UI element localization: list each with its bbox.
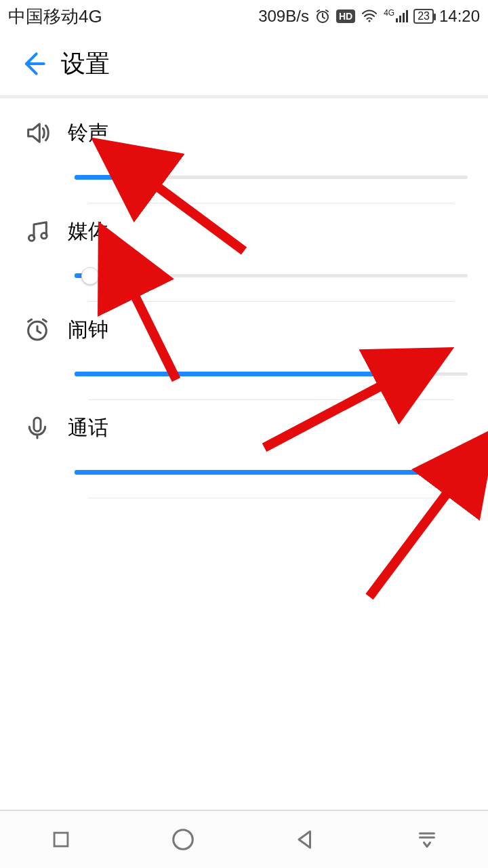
- svg-point-1: [369, 20, 371, 22]
- svg-line-9: [369, 488, 451, 597]
- svg-point-11: [174, 830, 193, 850]
- status-right: 309B/s HD 4G 23 14:20: [258, 7, 480, 26]
- volume-row-call: 通话: [0, 404, 488, 498]
- volume-row-media: 媒体: [0, 208, 488, 302]
- media-slider[interactable]: [75, 255, 468, 296]
- row-label: 媒体: [68, 218, 108, 245]
- status-bar: 中国移动4G 309B/s HD 4G 23 14:20: [0, 0, 488, 33]
- back-button[interactable]: [14, 43, 54, 84]
- ringtone-slider[interactable]: [75, 157, 468, 197]
- status-time: 14:20: [439, 7, 480, 26]
- svg-rect-10: [54, 833, 68, 846]
- nav-pulldown-button[interactable]: [407, 819, 447, 860]
- status-speed: 309B/s: [258, 7, 309, 26]
- alarm-slider[interactable]: [75, 353, 468, 394]
- cellular-icon: 4G: [384, 10, 408, 22]
- nav-home-button[interactable]: [163, 819, 203, 860]
- battery-icon: 23: [413, 9, 434, 24]
- mic-icon: [14, 414, 61, 441]
- volume-row-ringtone: 铃声: [0, 109, 488, 203]
- nav-recents-button[interactable]: [41, 819, 81, 860]
- nav-back-button[interactable]: [285, 819, 325, 860]
- app-header: 设置: [0, 33, 488, 95]
- alarm-icon: [314, 8, 331, 24]
- status-carrier: 中国移动4G: [8, 5, 102, 28]
- row-label: 通话: [68, 414, 108, 442]
- call-slider[interactable]: [75, 452, 468, 492]
- row-label: 铃声: [68, 119, 108, 147]
- row-label: 闹钟: [68, 316, 108, 344]
- wifi-icon: [361, 8, 378, 24]
- hd-icon: HD: [336, 9, 355, 23]
- music-icon: [14, 218, 61, 245]
- volume-row-alarm: 闹钟: [0, 306, 488, 400]
- speaker-icon: [14, 119, 61, 146]
- volume-settings-list: 铃声 媒体 闹钟: [0, 98, 488, 498]
- system-navbar: [0, 810, 488, 868]
- svg-point-2: [29, 235, 35, 241]
- svg-rect-5: [34, 418, 41, 431]
- page-title: 设置: [61, 47, 110, 81]
- svg-point-3: [41, 233, 47, 239]
- clock-icon: [14, 316, 61, 343]
